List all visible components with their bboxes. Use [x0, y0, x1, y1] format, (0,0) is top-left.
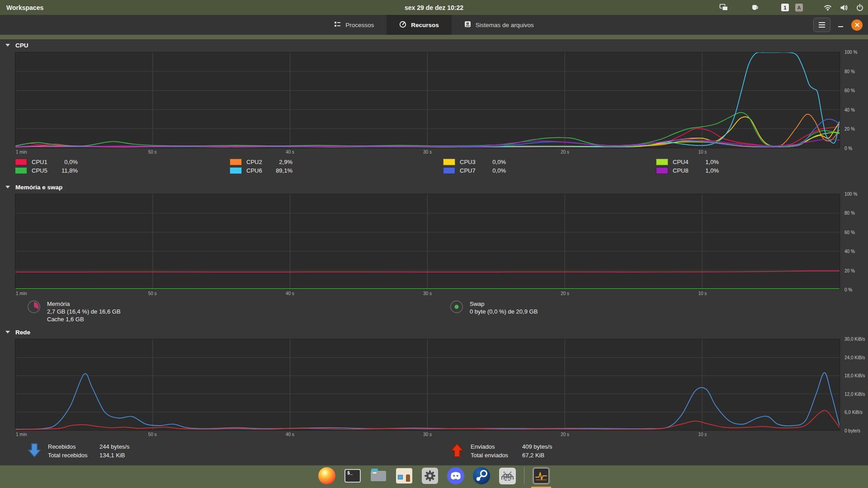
- cpu6-color-swatch[interactable]: [230, 167, 242, 174]
- total-sent-label: Total enviados: [471, 451, 521, 460]
- memory-usage: 2,7 GB (16,4 %) de 16,6 GB: [47, 308, 121, 315]
- terminal-icon: $_: [344, 469, 361, 483]
- system-monitor-window: Processos Recursos Sistemas de arquivos: [0, 15, 868, 461]
- dock-discord[interactable]: [447, 467, 465, 485]
- cpu-section-title: CPU: [15, 42, 28, 49]
- cpu6-legend-item: CPU689,1%: [230, 167, 292, 174]
- sent-value: 409 bytes/s: [522, 443, 552, 451]
- network-received-info: Recebidos 244 bytes/s Total recebidos 13…: [27, 443, 130, 460]
- gauge-icon: [399, 21, 406, 29]
- software-store-icon: [396, 468, 412, 483]
- window-switcher-icon[interactable]: [719, 4, 728, 11]
- dock-firefox[interactable]: [318, 467, 336, 485]
- network-section-header[interactable]: Rede: [0, 326, 868, 338]
- caffeine-cup-icon[interactable]: [751, 4, 760, 11]
- tab-filesystems[interactable]: Sistemas de arquivos: [452, 15, 547, 35]
- cpu8-legend-item: CPU81,0%: [656, 167, 719, 174]
- received-value: 244 bytes/s: [99, 443, 130, 451]
- sent-label: Enviados: [471, 443, 521, 451]
- tab-resources-label: Recursos: [411, 22, 439, 28]
- cpu4-color-swatch[interactable]: [656, 159, 668, 165]
- steam-icon: [473, 467, 490, 484]
- cpu-legend: CPU10,0% CPU511,8% CPU22,9% CPU689,1% CP…: [0, 159, 868, 178]
- memory-chart: 100 %80 %60 %40 %20 %0 % 1 min50 s40 s30…: [0, 194, 868, 298]
- dock-separator: [524, 467, 524, 484]
- swap-title: Swap: [470, 300, 538, 308]
- network-chart-plot: [15, 339, 840, 431]
- disk-icon: [464, 21, 471, 29]
- wifi-icon[interactable]: [824, 4, 832, 11]
- tab-processes-label: Processos: [345, 22, 374, 28]
- dock-settings[interactable]: [421, 467, 439, 485]
- total-sent-value: 67,2 KiB: [522, 451, 552, 460]
- dock-software-store[interactable]: [395, 467, 413, 485]
- volume-icon[interactable]: [840, 4, 848, 11]
- cpu-section-header[interactable]: CPU: [0, 39, 868, 51]
- resources-view: CPU 100 %80 %60 %40 %20 %0 % 1 min50 s40…: [0, 39, 868, 465]
- download-arrow-icon: [27, 443, 42, 460]
- cpu-chart: 100 %80 %60 %40 %20 %0 % 1 min50 s40 s30…: [0, 52, 868, 157]
- files-icon: [370, 468, 387, 484]
- cpu1-color-swatch[interactable]: [15, 159, 27, 165]
- close-button[interactable]: [851, 19, 863, 31]
- cpu-chart-y-axis: 100 %80 %60 %40 %20 %0 %: [841, 52, 868, 148]
- cpu5-legend-item: CPU511,8%: [15, 167, 78, 174]
- network-sent-info: Enviados 409 bytes/s Total enviados 67,2…: [450, 443, 552, 460]
- disclosure-triangle-icon: [5, 186, 10, 188]
- dock-game-invader[interactable]: [498, 467, 516, 485]
- memory-title: Memória: [47, 300, 121, 308]
- memory-section-title: Memória e swap: [15, 184, 62, 191]
- cpu7-color-swatch[interactable]: [443, 167, 455, 174]
- cpu5-color-swatch[interactable]: [15, 167, 27, 174]
- discord-icon: [447, 467, 464, 484]
- cpu2-legend-item: CPU22,9%: [230, 159, 292, 165]
- disclosure-triangle-icon: [5, 331, 10, 333]
- top-bar: Workspaces sex 29 de dez 10:22 1 A: [0, 0, 868, 15]
- dock-steam[interactable]: [472, 467, 491, 485]
- dock: $_: [0, 467, 868, 485]
- disclosure-triangle-icon: [5, 44, 10, 47]
- memory-cache: Cache 1,6 GB: [47, 315, 121, 323]
- tab-processes[interactable]: Processos: [321, 15, 387, 35]
- memory-chart-x-axis: 1 min50 s40 s30 s20 s10 s: [15, 290, 840, 298]
- network-chart-y-axis: 30,0 KiB/s24,0 KiB/s18,0 KiB/s12,0 KiB/s…: [841, 339, 868, 431]
- swap-usage: 0 byte (0,0 %) de 20,9 GB: [470, 308, 538, 315]
- system-monitor-icon: [533, 468, 549, 484]
- tab-filesystems-label: Sistemas de arquivos: [476, 22, 534, 28]
- tab-resources[interactable]: Recursos: [387, 15, 452, 35]
- cpu4-legend-item: CPU41,0%: [656, 159, 719, 165]
- memory-info: Memória 2,7 GB (16,4 %) de 16,6 GB Cache…: [27, 300, 121, 323]
- cpu8-color-swatch[interactable]: [656, 167, 668, 174]
- dock-files[interactable]: [369, 467, 387, 485]
- memory-chart-plot: [15, 194, 840, 290]
- cpu2-color-swatch[interactable]: [230, 159, 242, 165]
- network-section-title: Rede: [15, 329, 30, 336]
- total-received-label: Total recebidos: [48, 451, 99, 460]
- cpu7-legend-item: CPU70,0%: [443, 167, 506, 174]
- space-invader-icon: [499, 468, 516, 484]
- dock-terminal[interactable]: $_: [344, 467, 362, 485]
- memory-section-header[interactable]: Memória e swap: [0, 181, 868, 193]
- keyboard-layout-a-icon[interactable]: A: [795, 4, 803, 11]
- firefox-icon: [318, 467, 335, 484]
- network-chart-x-axis: 1 min50 s40 s30 s20 s10 s: [15, 431, 840, 439]
- network-chart: 30,0 KiB/s24,0 KiB/s18,0 KiB/s12,0 KiB/s…: [0, 339, 868, 439]
- cpu-chart-plot: [15, 52, 840, 148]
- received-label: Recebidos: [48, 443, 99, 451]
- cpu3-legend-item: CPU30,0%: [443, 159, 506, 165]
- cpu3-color-swatch[interactable]: [443, 159, 455, 165]
- minimize-button[interactable]: [838, 21, 844, 28]
- settings-gear-icon: [422, 468, 438, 484]
- tab-bar: Processos Recursos Sistemas de arquivos: [321, 15, 547, 35]
- process-list-icon: [334, 21, 341, 29]
- keyboard-layout-1-icon[interactable]: 1: [781, 4, 789, 11]
- memory-pie-icon: [27, 300, 41, 323]
- cpu1-legend-item: CPU10,0%: [15, 159, 78, 165]
- memory-chart-y-axis: 100 %80 %60 %40 %20 %0 %: [841, 194, 868, 290]
- hamburger-icon: [819, 24, 825, 25]
- total-received-value: 134,1 KiB: [99, 451, 130, 460]
- hamburger-menu-button[interactable]: [813, 18, 830, 32]
- dock-system-monitor[interactable]: [532, 467, 550, 485]
- power-icon[interactable]: [856, 4, 863, 11]
- headerbar: Processos Recursos Sistemas de arquivos: [0, 15, 868, 35]
